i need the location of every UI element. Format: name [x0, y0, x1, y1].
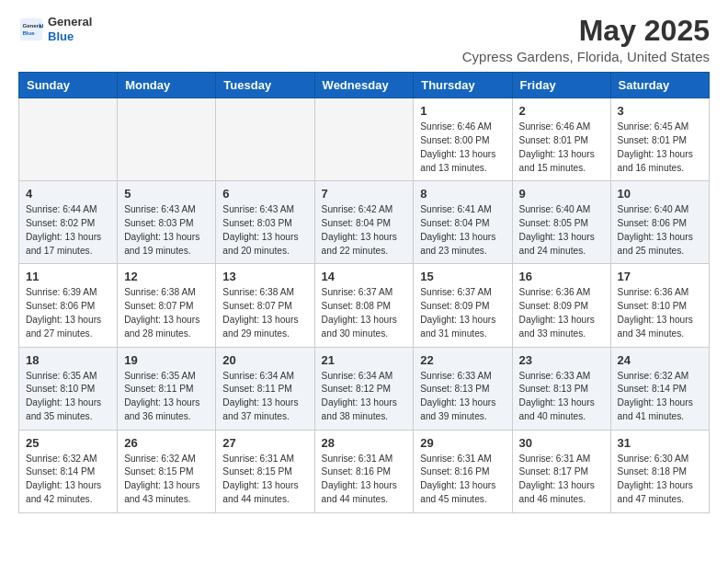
day-number: 9 [519, 187, 604, 201]
day-info: Sunrise: 6:35 AMSunset: 8:10 PMDaylight:… [26, 370, 110, 424]
day-info: Sunrise: 6:43 AMSunset: 8:03 PMDaylight:… [124, 203, 209, 258]
day-info: Sunrise: 6:44 AMSunset: 8:02 PMDaylight:… [26, 203, 110, 258]
calendar-cell: 31Sunrise: 6:30 AMSunset: 8:18 PMDayligh… [610, 430, 709, 512]
day-info: Sunrise: 6:33 AMSunset: 8:13 PMDaylight:… [420, 370, 505, 424]
calendar-cell: 21Sunrise: 6:34 AMSunset: 8:12 PMDayligh… [314, 347, 414, 430]
calendar-cell: 27Sunrise: 6:31 AMSunset: 8:15 PMDayligh… [216, 430, 314, 512]
calendar-cell: 24Sunrise: 6:32 AMSunset: 8:14 PMDayligh… [610, 347, 709, 430]
calendar-cell: 30Sunrise: 6:31 AMSunset: 8:17 PMDayligh… [512, 430, 610, 512]
calendar-week-row: 25Sunrise: 6:32 AMSunset: 8:14 PMDayligh… [19, 430, 710, 512]
calendar-cell: 15Sunrise: 6:37 AMSunset: 8:09 PMDayligh… [414, 264, 512, 347]
day-number: 6 [222, 187, 307, 201]
day-info: Sunrise: 6:46 AMSunset: 8:01 PMDaylight:… [519, 121, 604, 175]
calendar-cell: 5Sunrise: 6:43 AMSunset: 8:03 PMDaylight… [118, 181, 216, 264]
day-info: Sunrise: 6:32 AMSunset: 8:15 PMDaylight:… [124, 453, 209, 507]
calendar-header-row: SundayMondayTuesdayWednesdayThursdayFrid… [19, 73, 710, 98]
day-info: Sunrise: 6:42 AMSunset: 8:04 PMDaylight:… [322, 203, 407, 258]
day-info: Sunrise: 6:31 AMSunset: 8:16 PMDaylight:… [420, 453, 505, 507]
day-number: 4 [26, 187, 110, 201]
day-info: Sunrise: 6:37 AMSunset: 8:09 PMDaylight:… [420, 286, 505, 340]
day-info: Sunrise: 6:34 AMSunset: 8:11 PMDaylight:… [222, 370, 307, 424]
calendar-cell: 29Sunrise: 6:31 AMSunset: 8:16 PMDayligh… [414, 430, 512, 512]
calendar-cell: 25Sunrise: 6:32 AMSunset: 8:14 PMDayligh… [19, 430, 118, 512]
day-number: 14 [322, 270, 407, 283]
calendar-cell: 7Sunrise: 6:42 AMSunset: 8:04 PMDaylight… [314, 181, 414, 264]
day-number: 18 [26, 353, 110, 367]
calendar-cell: 18Sunrise: 6:35 AMSunset: 8:10 PMDayligh… [19, 347, 118, 430]
calendar-week-row: 4Sunrise: 6:44 AMSunset: 8:02 PMDaylight… [19, 181, 710, 264]
day-number: 12 [124, 270, 209, 283]
day-number: 15 [420, 270, 505, 283]
day-info: Sunrise: 6:32 AMSunset: 8:14 PMDaylight:… [26, 453, 110, 507]
day-info: Sunrise: 6:41 AMSunset: 8:04 PMDaylight:… [420, 203, 505, 258]
day-number: 31 [618, 436, 702, 450]
calendar-cell: 12Sunrise: 6:38 AMSunset: 8:07 PMDayligh… [118, 264, 216, 347]
calendar-cell: 22Sunrise: 6:33 AMSunset: 8:13 PMDayligh… [414, 347, 512, 430]
day-info: Sunrise: 6:38 AMSunset: 8:07 PMDaylight:… [222, 286, 307, 340]
day-number: 16 [519, 270, 604, 283]
day-number: 27 [222, 436, 307, 450]
day-info: Sunrise: 6:36 AMSunset: 8:09 PMDaylight:… [519, 286, 604, 340]
calendar-cell: 13Sunrise: 6:38 AMSunset: 8:07 PMDayligh… [216, 264, 314, 347]
day-number: 3 [618, 104, 702, 118]
calendar-cell: 3Sunrise: 6:45 AMSunset: 8:01 PMDaylight… [610, 98, 709, 181]
day-of-week-header: Tuesday [216, 73, 314, 98]
calendar-cell: 6Sunrise: 6:43 AMSunset: 8:03 PMDaylight… [216, 181, 314, 264]
day-info: Sunrise: 6:35 AMSunset: 8:11 PMDaylight:… [124, 370, 209, 424]
day-number: 20 [222, 353, 307, 367]
day-number: 8 [420, 187, 505, 201]
day-number: 29 [420, 436, 505, 450]
day-info: Sunrise: 6:31 AMSunset: 8:15 PMDaylight:… [222, 453, 307, 507]
svg-text:Blue: Blue [22, 29, 35, 36]
logo-general-text: General [48, 15, 92, 29]
day-info: Sunrise: 6:33 AMSunset: 8:13 PMDaylight:… [519, 370, 604, 424]
logo-icon: General Blue [18, 17, 44, 42]
calendar-cell: 28Sunrise: 6:31 AMSunset: 8:16 PMDayligh… [314, 430, 414, 512]
main-title: May 2025 [462, 15, 710, 47]
day-number: 21 [322, 353, 407, 367]
calendar-cell: 11Sunrise: 6:39 AMSunset: 8:06 PMDayligh… [19, 264, 118, 347]
day-info: Sunrise: 6:37 AMSunset: 8:08 PMDaylight:… [322, 286, 407, 340]
calendar-cell: 19Sunrise: 6:35 AMSunset: 8:11 PMDayligh… [118, 347, 216, 430]
calendar-cell: 9Sunrise: 6:40 AMSunset: 8:05 PMDaylight… [512, 181, 610, 264]
logo: General Blue General Blue [18, 15, 92, 43]
calendar-body: 1Sunrise: 6:46 AMSunset: 8:00 PMDaylight… [19, 98, 710, 513]
calendar-cell: 8Sunrise: 6:41 AMSunset: 8:04 PMDaylight… [414, 181, 512, 264]
day-number: 22 [420, 353, 505, 367]
calendar-cell: 20Sunrise: 6:34 AMSunset: 8:11 PMDayligh… [216, 347, 314, 430]
day-number: 2 [519, 104, 604, 118]
sub-title: Cypress Gardens, Florida, United States [462, 49, 710, 64]
day-number: 25 [26, 436, 110, 450]
calendar-cell [118, 98, 216, 181]
day-number: 26 [124, 436, 209, 450]
day-number: 23 [519, 353, 604, 367]
day-number: 11 [26, 270, 110, 283]
logo-blue-text: Blue [48, 29, 92, 44]
day-info: Sunrise: 6:45 AMSunset: 8:01 PMDaylight:… [618, 121, 702, 175]
title-area: May 2025 Cypress Gardens, Florida, Unite… [462, 15, 710, 64]
calendar-cell: 1Sunrise: 6:46 AMSunset: 8:00 PMDaylight… [414, 98, 512, 181]
calendar-cell: 16Sunrise: 6:36 AMSunset: 8:09 PMDayligh… [512, 264, 610, 347]
calendar-cell: 10Sunrise: 6:40 AMSunset: 8:06 PMDayligh… [610, 181, 709, 264]
day-number: 30 [519, 436, 604, 450]
day-of-week-header: Monday [118, 73, 216, 98]
page-header: General Blue General Blue May 2025 Cypre… [18, 15, 710, 64]
calendar-cell: 4Sunrise: 6:44 AMSunset: 8:02 PMDaylight… [19, 181, 118, 264]
day-of-week-header: Wednesday [314, 73, 414, 98]
calendar-cell: 23Sunrise: 6:33 AMSunset: 8:13 PMDayligh… [512, 347, 610, 430]
day-info: Sunrise: 6:31 AMSunset: 8:17 PMDaylight:… [519, 453, 604, 507]
day-info: Sunrise: 6:39 AMSunset: 8:06 PMDaylight:… [26, 286, 110, 340]
day-info: Sunrise: 6:40 AMSunset: 8:05 PMDaylight:… [519, 203, 604, 258]
day-info: Sunrise: 6:34 AMSunset: 8:12 PMDaylight:… [322, 370, 407, 424]
day-info: Sunrise: 6:36 AMSunset: 8:10 PMDaylight:… [618, 286, 702, 340]
day-number: 17 [618, 270, 702, 283]
day-number: 10 [618, 187, 702, 201]
calendar-week-row: 18Sunrise: 6:35 AMSunset: 8:10 PMDayligh… [19, 347, 710, 430]
day-info: Sunrise: 6:38 AMSunset: 8:07 PMDaylight:… [124, 286, 209, 340]
calendar-cell: 14Sunrise: 6:37 AMSunset: 8:08 PMDayligh… [314, 264, 414, 347]
calendar-cell: 17Sunrise: 6:36 AMSunset: 8:10 PMDayligh… [610, 264, 709, 347]
day-number: 13 [222, 270, 307, 283]
day-of-week-header: Thursday [414, 73, 512, 98]
calendar-week-row: 1Sunrise: 6:46 AMSunset: 8:00 PMDaylight… [19, 98, 710, 181]
calendar-cell [216, 98, 314, 181]
